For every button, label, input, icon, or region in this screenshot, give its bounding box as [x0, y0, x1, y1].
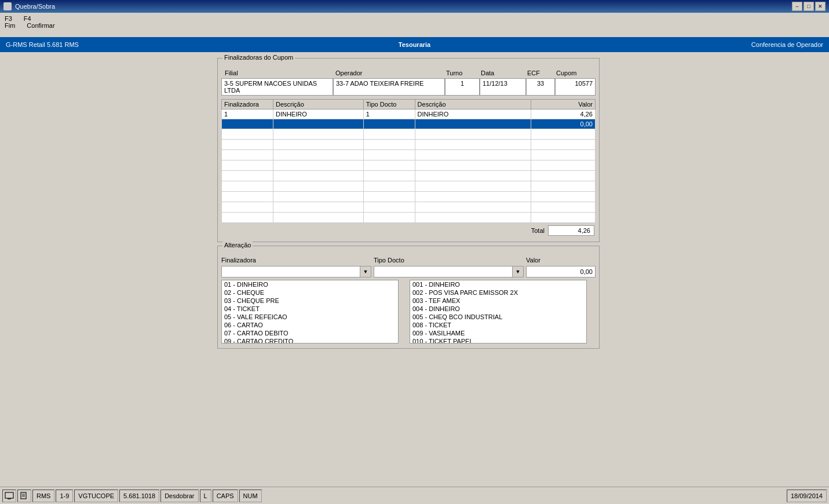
tipo-docto-list[interactable]: 001 - DINHEIRO002 - POS VISA PARC EMISSO… [410, 280, 596, 344]
valor-label: Valor [526, 257, 596, 264]
data-value: 11/12/13 [480, 78, 526, 96]
status-num: NUM [239, 490, 262, 502]
finalizadora-label: Finalizadora [221, 257, 371, 264]
info-data-row: 3-5 SUPERM NACOES UNIDAS LTDA 33-7 ADAO … [221, 78, 596, 96]
total-value: 4,26 [548, 225, 594, 236]
tipo-docto-dropdown[interactable]: ▼ [374, 266, 524, 277]
row-tipo-docto: 1 [363, 109, 415, 119]
list-item[interactable]: 008 - TICKET [410, 321, 586, 329]
status-l-indicator: L [200, 490, 211, 502]
status-user: VGTUCOPE [74, 490, 118, 502]
sel-descricao2 [415, 119, 531, 129]
list-item[interactable]: 009 - VASILHAME [410, 329, 586, 337]
cupom-group-title: Finalizadoras do Cupom [222, 54, 295, 61]
total-row: Total 4,26 [221, 223, 596, 238]
cupom-header: Cupom [554, 69, 594, 77]
app-header-right: Conferencia de Operador [690, 41, 829, 48]
app-header-center: Tesouraria [139, 41, 690, 48]
table-row-selected[interactable]: 0,00 [222, 119, 596, 129]
finalizadora-input[interactable] [221, 266, 371, 277]
finalizadoras-table: Finalizadora Descrição Tipo Docto Descri… [221, 99, 596, 223]
tipo-docto-label: Tipo Docto [374, 257, 524, 264]
app-header: G-RMS Retail 5.681 RMS Tesouraria Confer… [0, 37, 829, 52]
list-item[interactable]: 005 - CHEQ BCO INDUSTRIAL [410, 313, 586, 321]
valor-input[interactable]: 0,00 [526, 266, 596, 277]
row-descricao1: DINHEIRO [273, 109, 363, 119]
status-rms: RMS [32, 490, 54, 502]
alt-inputs-row[interactable]: ▼ ▼ 0,00 [221, 266, 596, 277]
finalizadora-arrow[interactable]: ▼ [360, 266, 371, 277]
list-item[interactable]: 07 - CARTAO DEBITO [222, 329, 397, 337]
status-bar: RMS 1-9 VGTUCOPE 5.681.1018 Desdobrar L … [0, 487, 829, 504]
status-icon-monitor [2, 490, 16, 502]
status-pages: 1-9 [56, 490, 73, 502]
operador-header: Operador [333, 69, 444, 77]
table-row-empty [222, 213, 596, 223]
finalizadora-list-wrapper: 01 - DINHEIRO02 - CHEQUE03 - CHEQUE PRE0… [221, 280, 407, 344]
list-item[interactable]: 06 - CARTAO [222, 321, 397, 329]
ecf-header: ECF [525, 69, 554, 77]
cupom-group: Finalizadoras do Cupom Filial Operador T… [217, 58, 600, 242]
turno-header: Turno [444, 69, 479, 77]
table-row[interactable]: 1 DINHEIRO 1 DINHEIRO 4,26 [222, 109, 596, 119]
finalizadora-scrollbar[interactable] [398, 280, 407, 344]
table-row-empty [222, 202, 596, 213]
cupom-value: 10577 [555, 78, 596, 96]
col-descricao2: Descrição [415, 100, 531, 109]
alteracao-group: Alteração Finalizadora Tipo Docto Valor … [217, 246, 600, 349]
table-row-empty [222, 181, 596, 192]
col-tipo-docto: Tipo Docto [363, 100, 415, 109]
info-header-row: Filial Operador Turno Data ECF Cupom [221, 69, 596, 77]
sel-tipo-docto [363, 119, 415, 129]
f3-label[interactable]: Fim [5, 22, 15, 29]
maximize-button[interactable]: □ [804, 2, 814, 11]
operador-value: 33-7 ADAO TEIXEIRA FREIRE [333, 78, 445, 96]
tipo-docto-scrollbar[interactable] [586, 280, 596, 344]
minimize-button[interactable]: – [792, 2, 802, 11]
close-button[interactable]: ✕ [815, 2, 826, 11]
list-item[interactable]: 01 - DINHEIRO [222, 280, 397, 288]
alteracao-group-title: Alteração [222, 242, 253, 249]
status-version: 5.681.1018 [119, 490, 159, 502]
row-finalizadora: 1 [222, 109, 273, 119]
tipo-docto-input[interactable] [374, 266, 524, 277]
list-item[interactable]: 03 - CHEQUE PRE [222, 297, 397, 305]
svg-rect-1 [8, 498, 11, 499]
status-desdobrar[interactable]: Desdobrar [160, 490, 198, 502]
f4-label[interactable]: Confirmar [27, 22, 54, 29]
list-item[interactable]: 09 - CARTAO CREDITO [222, 337, 397, 344]
list-item[interactable]: 010 - TICKET PAPEL [410, 337, 586, 344]
tipo-docto-list-wrapper: 001 - DINHEIRO002 - POS VISA PARC EMISSO… [410, 280, 596, 344]
ecf-value: 33 [526, 78, 555, 96]
table-row-empty [222, 160, 596, 171]
status-caps: CAPS [213, 490, 238, 502]
f3-key: F3 [5, 15, 12, 22]
table-row-empty [222, 140, 596, 150]
finalizadora-dropdown[interactable]: ▼ [221, 266, 371, 277]
filial-value: 3-5 SUPERM NACOES UNIDAS LTDA [221, 78, 333, 96]
window-title: Quebra/Sobra [15, 3, 55, 10]
dropdown-lists: 01 - DINHEIRO02 - CHEQUE03 - CHEQUE PRE0… [221, 280, 596, 344]
list-item[interactable]: 004 - DINHEIRO [410, 305, 586, 313]
status-date: 18/09/2014 [787, 490, 827, 502]
row-valor: 4,26 [531, 109, 595, 119]
list-item[interactable]: 002 - POS VISA PARC EMISSOR 2X [410, 288, 586, 297]
table-row-empty [222, 129, 596, 140]
col-finalizadora: Finalizadora [222, 100, 273, 109]
list-item[interactable]: 02 - CHEQUE [222, 288, 397, 297]
filial-header: Filial [222, 69, 333, 77]
turno-value: 1 [445, 78, 480, 96]
finalizadora-list[interactable]: 01 - DINHEIRO02 - CHEQUE03 - CHEQUE PRE0… [221, 280, 407, 344]
app-icon [3, 2, 12, 10]
status-icon-doc [17, 490, 31, 502]
app-header-left: G-RMS Retail 5.681 RMS [0, 41, 139, 48]
list-item[interactable]: 003 - TEF AMEX [410, 297, 586, 305]
row-descricao2: DINHEIRO [415, 109, 531, 119]
main-panel: Finalizadoras do Cupom Filial Operador T… [217, 58, 600, 352]
list-item[interactable]: 04 - TICKET [222, 305, 397, 313]
list-item[interactable]: 05 - VALE REFEICAO [222, 313, 397, 321]
tipo-docto-arrow[interactable]: ▼ [512, 266, 524, 277]
table-row-empty [222, 150, 596, 160]
list-item[interactable]: 001 - DINHEIRO [410, 280, 586, 288]
sel-valor: 0,00 [531, 119, 595, 129]
